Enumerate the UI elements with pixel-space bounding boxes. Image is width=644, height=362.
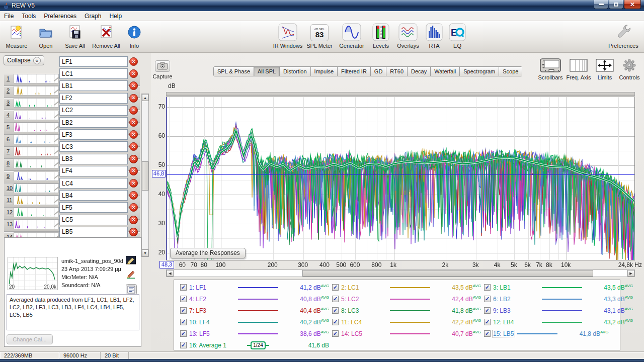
measurements-scrollbar[interactable]: ▲ ▼: [141, 94, 149, 257]
capture-button[interactable]: [155, 60, 170, 72]
measurement-number[interactable]: 6: [7, 136, 10, 142]
measurement-name-input-10[interactable]: [59, 166, 128, 176]
scroll-right-icon[interactable]: ▶: [627, 270, 634, 277]
measurement-number[interactable]: 9: [7, 173, 10, 179]
trace-visible-checkbox[interactable]: ✓: [332, 296, 339, 302]
measurement-thumbnail[interactable]: [14, 208, 59, 217]
trace-label[interactable]: 2: LC1: [341, 284, 387, 291]
tab-spectrogram[interactable]: Spectrogram: [460, 67, 499, 76]
trace-label[interactable]: 11: LC4: [341, 319, 387, 326]
trace-visible-checkbox[interactable]: ✓: [332, 284, 339, 291]
measurement-thumbnail[interactable]: [14, 123, 59, 132]
ir-windows-button[interactable]: IR Windows: [272, 22, 304, 49]
trace-label[interactable]: 5: LC2: [341, 296, 387, 303]
measurement-number[interactable]: 5: [7, 124, 10, 130]
tab-rt60[interactable]: RT60: [386, 67, 408, 76]
trace-pencil-icon[interactable]: [126, 270, 137, 280]
measurement-thumbnail[interactable]: [14, 196, 59, 205]
levels-button[interactable]: 0369 Levels: [368, 22, 393, 49]
measurement-name-input-2[interactable]: [59, 68, 128, 79]
measurement-name-input-5[interactable]: [59, 105, 128, 116]
eq-button[interactable]: E EQ: [446, 22, 469, 49]
rta-button[interactable]: RTA: [423, 22, 446, 49]
measurement-name-input-11[interactable]: [59, 178, 128, 189]
preferences-button[interactable]: Preferences: [606, 22, 641, 49]
trace-visible-checkbox[interactable]: ✓: [484, 296, 491, 302]
measurement-notes[interactable]: Averaged data produced from LF1, LC1, LB…: [7, 294, 139, 330]
spl-plot[interactable]: [166, 97, 635, 260]
delete-measurement-icon[interactable]: ✕: [129, 106, 138, 115]
measurement-number[interactable]: 3: [7, 100, 10, 106]
measurement-number[interactable]: 4: [7, 112, 10, 118]
measurement-number[interactable]: 10: [7, 185, 13, 191]
delete-measurement-icon[interactable]: ✕: [129, 94, 138, 103]
trace-visible-checkbox[interactable]: ✓: [180, 307, 187, 314]
tab-spl-phase[interactable]: SPL & Phase: [214, 67, 254, 76]
save-all-button[interactable]: Save All: [60, 22, 90, 49]
measurement-name-input-13[interactable]: [59, 202, 128, 213]
trace-label[interactable]: 1: LF1: [189, 284, 235, 291]
trace-label[interactable]: 10: LF4: [189, 319, 235, 326]
edit-image-icon[interactable]: [126, 256, 137, 266]
trace-visible-checkbox[interactable]: ✓: [484, 284, 491, 291]
measurement-number[interactable]: 13: [7, 221, 13, 227]
tab-waterfall[interactable]: Waterfall: [431, 67, 460, 76]
collapse-button[interactable]: Collapse «: [4, 55, 44, 65]
spl-meter-button[interactable]: dB SPL 83 SPL Meter: [304, 22, 335, 49]
tab-scope[interactable]: Scope: [499, 67, 522, 76]
freq-scrollbar-thumb[interactable]: [302, 270, 593, 277]
close-button[interactable]: ✕: [624, 0, 641, 9]
limits-button[interactable]: Limits: [593, 57, 617, 80]
trace-visible-checkbox[interactable]: ✓: [180, 342, 187, 348]
measurement-number[interactable]: 7: [7, 148, 10, 154]
menu-tools[interactable]: Tools: [18, 12, 40, 21]
trace-label[interactable]: 12: LB4: [493, 319, 539, 326]
delete-measurement-icon[interactable]: ✕: [129, 228, 138, 236]
measurement-name-input-1[interactable]: [59, 56, 128, 67]
delete-measurement-icon[interactable]: ✕: [129, 57, 138, 66]
trace-label[interactable]: 3: LB1: [493, 284, 539, 291]
trace-label[interactable]: 14: LC5: [341, 330, 387, 337]
measurement-thumbnail[interactable]: [14, 171, 59, 181]
trace-label[interactable]: 15: LB5: [493, 330, 515, 337]
measurement-number[interactable]: 2: [7, 87, 10, 94]
freq-scrollbar[interactable]: ◀ ▶: [166, 269, 635, 277]
delete-measurement-icon[interactable]: ✕: [129, 167, 138, 175]
trace-label[interactable]: 7: LF3: [189, 307, 235, 314]
average-tooltip[interactable]: Average the Responses: [170, 248, 246, 258]
measurement-name-input-12[interactable]: [59, 190, 128, 201]
measurement-thumbnail[interactable]: [14, 159, 59, 168]
measurement-number[interactable]: 11: [7, 197, 12, 203]
tab-impulse[interactable]: Impulse: [311, 67, 338, 76]
trace-visible-checkbox[interactable]: ✓: [332, 330, 339, 337]
trace-label[interactable]: 6: LB2: [493, 296, 539, 303]
trace-label[interactable]: 9: LB3: [493, 307, 539, 314]
measurement-name-input-15[interactable]: [59, 227, 128, 237]
remove-all-button[interactable]: Remove All: [90, 22, 123, 49]
open-button[interactable]: Open: [31, 22, 60, 49]
tab-gd[interactable]: GD: [371, 67, 387, 76]
trace-visible-checkbox[interactable]: ✓: [332, 319, 339, 325]
tab-distortion[interactable]: Distortion: [280, 67, 310, 76]
delete-measurement-icon[interactable]: ✕: [129, 118, 138, 127]
measurement-name-input-6[interactable]: [59, 117, 128, 128]
trace-label[interactable]: 4: LF2: [189, 296, 235, 303]
trace-visible-checkbox[interactable]: ✓: [180, 296, 187, 302]
measure-button[interactable]: Measure: [2, 22, 31, 49]
info-button[interactable]: Info: [123, 22, 146, 49]
scroll-down-icon[interactable]: ▼: [142, 249, 148, 256]
trace-visible-checkbox[interactable]: ✓: [484, 319, 491, 325]
measurement-name-input-7[interactable]: [59, 129, 128, 140]
restore-button[interactable]: [609, 0, 623, 9]
measurement-thumbnail[interactable]: [14, 111, 59, 120]
delete-measurement-icon[interactable]: ✕: [129, 216, 138, 224]
scrollbar-thumb[interactable]: [142, 161, 148, 191]
measurement-thumbnail[interactable]: [14, 184, 59, 193]
tab-filtered-ir[interactable]: Filtered IR: [338, 67, 371, 76]
menu-file[interactable]: File: [0, 12, 18, 21]
measurement-thumbnail[interactable]: [14, 86, 59, 96]
trace-visible-checkbox[interactable]: ✓: [484, 330, 491, 337]
trace-visible-checkbox[interactable]: ✓: [180, 284, 187, 291]
generator-button[interactable]: Generator: [335, 22, 368, 49]
measurement-name-input-8[interactable]: [59, 141, 128, 152]
